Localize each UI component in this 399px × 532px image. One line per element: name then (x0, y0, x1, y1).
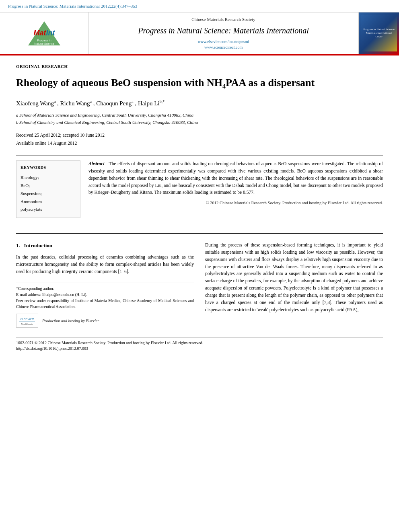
svg-text:ELSEVIER: ELSEVIER (21, 318, 34, 320)
abstract-text: Abstract The effects of dispersant amoun… (88, 160, 383, 196)
svg-text:Progress in: Progress in (37, 39, 51, 42)
author1-sup: a (54, 99, 56, 104)
footer-issn: 1002-0071 © 2012 Chinese Materials Resea… (16, 340, 383, 346)
email-label: E-mail address: (16, 292, 41, 297)
journal-title-area: Chinese Materials Research Society Progr… (88, 12, 359, 54)
affiliation-b: b School of Chemistry and Chemical Engin… (16, 119, 383, 126)
available-date: Available online 14 August 2012 (16, 140, 383, 148)
abstract-copyright: © 2012 Chinese Materials Research Societ… (88, 200, 383, 206)
keyword-4: Ammonium (21, 198, 76, 206)
affiliation-a: a School of Materials Science and Engine… (16, 112, 383, 119)
elsevier-branding: ELSEVIER Reed Elsevier Production and ho… (16, 314, 194, 328)
elsevier-logo: ELSEVIER Reed Elsevier (16, 314, 38, 328)
abstract-label: Abstract (88, 161, 105, 166)
journal-url2[interactable]: www.sciencedirect.com (198, 45, 249, 50)
matint-logo: MatInt Progress in Natural Science (26, 19, 62, 47)
author2-name: , Richu Wang (57, 100, 90, 107)
svg-text:MatInt: MatInt (33, 29, 55, 37)
section-divider (16, 233, 383, 234)
svg-text:Natural Science: Natural Science (34, 42, 54, 45)
right-column-paragraph: During the process of these suspension-b… (205, 242, 383, 313)
author2-sup: a (90, 99, 92, 104)
citation-bar: Progress in Natural Science: Materials I… (0, 0, 399, 12)
abstract-keywords-section: KEYWORDS Rheology; BeO; Suspension; Ammo… (16, 155, 383, 223)
elsevier-tagline: Production and hosting by Elsevier (42, 318, 99, 324)
intro-paragraph: In the past decades, colloidal processin… (16, 254, 194, 275)
received-date: Received 25 April 2012; accepted 10 June… (16, 131, 383, 140)
peer-review-note: Peer review under responsibility of Inst… (16, 298, 194, 310)
journal-header: MatInt Progress in Natural Science Chine… (0, 12, 399, 55)
society-name: Chinese Materials Research Society (191, 16, 255, 23)
article-title: Rheology of aqueous BeO suspension with … (16, 76, 383, 91)
title-subscript: 4 (222, 83, 226, 90)
keyword-3: Suspension; (21, 190, 76, 198)
page-footer: 1002-0071 © 2012 Chinese Materials Resea… (16, 337, 383, 351)
authors-line: Xiaofeng Wanga , Richu Wanga , Chaoqun P… (16, 99, 383, 108)
intro-section-title: 1. Introduction (16, 242, 194, 250)
keyword-5: polyacrylate (21, 205, 76, 214)
abstract-body: The effects of dispersant amount and sol… (88, 161, 383, 195)
author4-name: , Haipu Li (135, 100, 159, 107)
affiliations: a School of Materials Science and Engine… (16, 112, 383, 126)
keyword-2: BeO; (21, 182, 76, 190)
abstract-box: Abstract The effects of dispersant amoun… (88, 160, 383, 218)
author1-name: Xiaofeng Wang (16, 100, 54, 107)
journal-url1[interactable]: www.elsevier.com/locate/pnsmi (198, 39, 249, 45)
right-column: During the process of these suspension-b… (205, 242, 383, 328)
corresponding-author: *Corresponding author. (16, 286, 194, 292)
author3-sup: a (132, 99, 133, 104)
footnote-area: *Corresponding author. E-mail address: l… (16, 283, 194, 310)
journal-full-title: Progress in Natural Science: Materials I… (138, 25, 309, 36)
left-column: 1. Introduction In the past decades, col… (16, 242, 194, 328)
journal-urls: www.elsevier.com/locate/pnsmi www.scienc… (198, 39, 249, 50)
citation-link[interactable]: Progress in Natural Science: Materials I… (8, 4, 137, 8)
email-address: lihaipu@csu.edu.cn (H. Li). (42, 292, 87, 297)
email-line: E-mail address: lihaipu@csu.edu.cn (H. L… (16, 292, 194, 298)
section-name: Introduction (24, 242, 53, 249)
keyword-1: Rheology; (21, 174, 76, 182)
article-content: ORIGINAL RESEARCH Rheology of aqueous Be… (0, 55, 399, 359)
keywords-box: KEYWORDS Rheology; BeO; Suspension; Ammo… (16, 160, 80, 218)
journal-logo-area: MatInt Progress in Natural Science (0, 12, 88, 54)
logo-graphic: MatInt Progress in Natural Science (26, 19, 62, 47)
journal-cover: Progress in Natural Science Materials In… (359, 12, 399, 54)
author4-sup: b,* (160, 99, 165, 104)
body-columns: 1. Introduction In the past decades, col… (16, 242, 383, 328)
article-dates: Received 25 April 2012; accepted 10 June… (16, 131, 383, 147)
cover-image: Progress in Natural Science Materials In… (361, 15, 397, 51)
article-type: ORIGINAL RESEARCH (16, 64, 383, 70)
footer-doi: http://dx.doi.org/10.1016/j.pnsc.2012.07… (16, 346, 383, 351)
title-part1: Rheology of aqueous BeO suspension with … (16, 77, 222, 88)
keywords-list: Rheology; BeO; Suspension; Ammonium poly… (21, 174, 76, 214)
keywords-title: KEYWORDS (21, 165, 76, 170)
elsevier-logo-svg: ELSEVIER Reed Elsevier (17, 314, 37, 327)
author3-name: , Chaoqun Peng (93, 100, 132, 107)
section-number: 1. (16, 242, 20, 249)
title-part2: PAA as a dispersant (226, 77, 315, 88)
svg-text:Reed Elsevier: Reed Elsevier (21, 323, 33, 325)
